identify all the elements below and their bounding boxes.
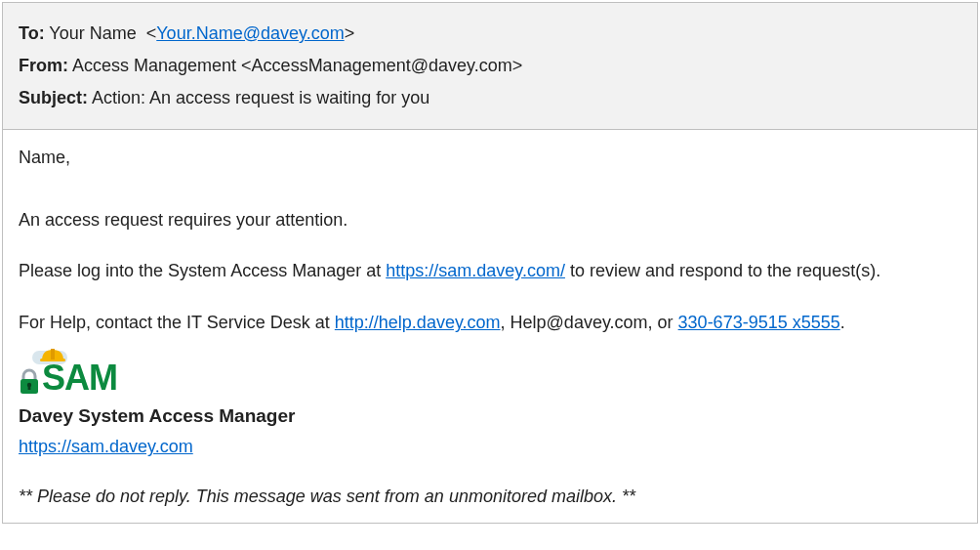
signature-title: Davey System Access Manager (19, 402, 961, 431)
sam-url-link[interactable]: https://sam.davey.com/ (386, 261, 565, 280)
email-body: Name, An access request requires your at… (3, 130, 977, 523)
line2b: to review and respond to the request(s). (565, 261, 880, 280)
header-subject-line: Subject: Action: An access request is wa… (19, 85, 961, 111)
lock-icon (19, 368, 40, 396)
sam-logo: SAM (19, 360, 961, 396)
from-label: From: (19, 56, 68, 75)
lt-bracket: < (142, 23, 157, 43)
from-value: Access Management <AccessManagement@dave… (72, 56, 522, 75)
body-line2: Please log into the System Access Manage… (19, 257, 961, 285)
to-name: Your Name (49, 23, 136, 43)
gt-bracket: > (345, 23, 355, 43)
greeting: Name, (19, 144, 961, 172)
email-header: To: Your Name <Your.Name@davey.com> From… (3, 3, 977, 130)
body-help: For Help, contact the IT Service Desk at… (19, 309, 961, 337)
help-a: For Help, contact the IT Service Desk at (19, 313, 335, 332)
subject-label: Subject: (19, 88, 88, 107)
disclaimer: ** Please do not reply. This message was… (19, 483, 961, 511)
header-to-line: To: Your Name <Your.Name@davey.com> (19, 21, 961, 47)
help-b: , Help@davey.com, or (501, 313, 678, 332)
help-c: . (840, 313, 845, 332)
to-email-link[interactable]: Your.Name@davey.com (156, 23, 344, 43)
header-from-line: From: Access Management <AccessManagemen… (19, 53, 961, 79)
line2a: Please log into the System Access Manage… (19, 261, 386, 280)
help-url-link[interactable]: http://help.davey.com (335, 313, 501, 332)
to-label: To: (19, 23, 45, 43)
help-phone-link[interactable]: 330-673-9515 x5555 (678, 313, 840, 332)
signature-link[interactable]: https://sam.davey.com (19, 437, 193, 456)
signature-link-row: https://sam.davey.com (19, 433, 961, 461)
email-container: To: Your Name <Your.Name@davey.com> From… (2, 2, 978, 524)
sam-logo-text: SAM (42, 360, 117, 396)
body-line1: An access request requires your attentio… (19, 206, 961, 234)
svg-rect-4 (28, 385, 31, 390)
subject-value: Action: An access request is waiting for… (92, 88, 429, 107)
